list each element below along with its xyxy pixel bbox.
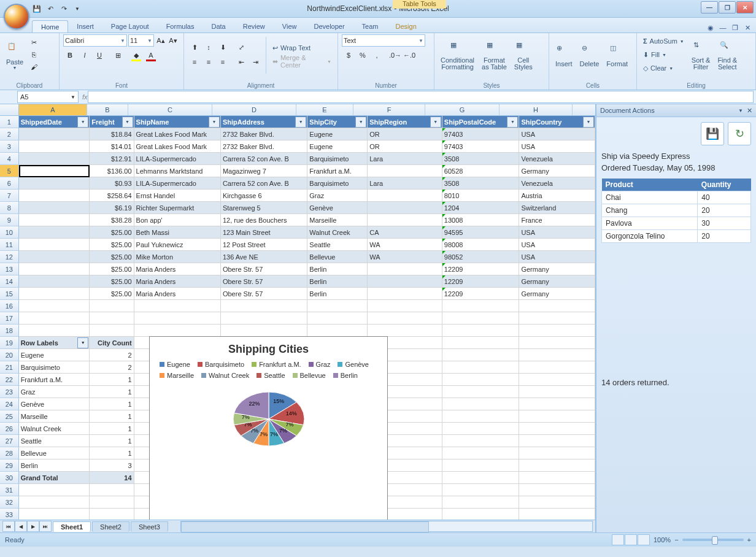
zoom-slider[interactable]	[682, 539, 744, 541]
border-button[interactable]: ⊞	[111, 48, 125, 62]
align-bottom-icon[interactable]: ⬇	[216, 40, 230, 54]
table-cell[interactable]: 2732 Baker Blvd.	[221, 128, 307, 140]
table-cell[interactable]: Maria Anders	[134, 288, 221, 300]
column-header[interactable]: A	[19, 104, 87, 115]
filter-button[interactable]: ▼	[355, 117, 366, 128]
table-cell[interactable]: Ernst Handel	[134, 190, 221, 202]
table-cell[interactable]: $25.00	[90, 239, 134, 251]
table-cell[interactable]: Obere Str. 57	[221, 263, 307, 275]
conditional-formatting-button[interactable]: ▦Conditional Formatting	[438, 34, 477, 77]
font-name-combo[interactable]: Calibri▼	[63, 34, 127, 47]
table-cell[interactable]: $12.91	[90, 153, 134, 165]
table-cell[interactable]: Mike Morton	[134, 251, 221, 263]
filter-button[interactable]: ▼	[209, 117, 220, 128]
increase-indent-icon[interactable]: ⇥	[249, 55, 262, 69]
grow-font-icon[interactable]: A▴	[155, 35, 166, 46]
sheet-tab[interactable]: Sheet3	[131, 521, 168, 532]
table-cell[interactable]: Seattle	[307, 239, 368, 251]
format-as-table-button[interactable]: ▦Format as Table	[479, 34, 509, 77]
align-right-icon[interactable]: ≡	[216, 55, 230, 69]
table-cell[interactable]: $25.00	[90, 226, 134, 239]
table-cell[interactable]: Magazinweg 7	[221, 165, 307, 177]
column-header[interactable]: E	[296, 104, 353, 115]
table-cell[interactable]	[19, 239, 90, 251]
table-header-cell[interactable]: ShipPostalCode▼	[442, 116, 520, 128]
table-cell[interactable]	[19, 153, 90, 165]
delete-cells-button[interactable]: ⊖Delete	[577, 34, 602, 77]
table-cell[interactable]: Eugene	[307, 140, 368, 153]
underline-button[interactable]: U	[93, 48, 106, 62]
currency-icon[interactable]: $	[342, 48, 355, 62]
table-cell[interactable]: Barquisimeto	[307, 177, 368, 190]
table-cell[interactable]: Eugene	[307, 128, 368, 140]
clear-button[interactable]: ◇ Clear ▼	[641, 62, 687, 74]
insert-cells-button[interactable]: ⊕Insert	[553, 34, 575, 77]
table-cell[interactable]: $14.01	[90, 140, 134, 153]
row-header[interactable]: 10	[0, 226, 19, 239]
table-cell[interactable]: $258.64	[90, 190, 134, 202]
table-cell[interactable]: 123 Main Street	[221, 226, 307, 239]
table-cell[interactable]: Carrera 52 con Ave. B	[221, 153, 307, 165]
table-cell[interactable]	[19, 226, 90, 239]
row-header[interactable]: 2	[0, 128, 19, 140]
align-center-icon[interactable]: ≡	[202, 55, 215, 69]
column-header[interactable]: G	[425, 104, 500, 115]
find-select-button[interactable]: 🔍Find & Select	[715, 34, 739, 77]
table-cell[interactable]: 3508	[442, 153, 520, 165]
table-cell[interactable]	[19, 263, 90, 275]
table-cell[interactable]: USA	[519, 226, 595, 239]
align-middle-icon[interactable]: ↕	[202, 40, 215, 54]
number-format-combo[interactable]: Text▼	[342, 34, 425, 47]
table-cell[interactable]	[368, 202, 442, 214]
sheet-tab[interactable]: Sheet2	[92, 521, 129, 532]
table-cell[interactable]: Berlin	[307, 288, 368, 300]
cut-icon[interactable]: ✂	[28, 37, 39, 48]
table-cell[interactable]: WA	[368, 239, 442, 251]
decrease-indent-icon[interactable]: ⇤	[234, 55, 248, 69]
pane-save-button[interactable]: 💾	[701, 122, 724, 145]
bold-button[interactable]: B	[63, 48, 77, 62]
table-cell[interactable]: Great Lakes Food Mark	[134, 140, 221, 153]
italic-button[interactable]: I	[78, 48, 91, 62]
align-left-icon[interactable]: ≡	[188, 55, 201, 69]
table-cell[interactable]: USA	[519, 128, 595, 140]
table-cell[interactable]: 12 Post Street	[221, 239, 307, 251]
percent-icon[interactable]: %	[356, 48, 369, 62]
table-cell[interactable]: 97403	[442, 128, 520, 140]
table-cell[interactable]	[368, 214, 442, 226]
prev-sheet-button[interactable]: ◀	[15, 521, 27, 532]
table-cell[interactable]: Germany	[519, 275, 595, 288]
table-cell[interactable]: $6.19	[90, 202, 134, 214]
row-header[interactable]: 8	[0, 202, 19, 214]
table-cell[interactable]	[19, 177, 90, 190]
table-cell[interactable]: Barquisimeto	[307, 153, 368, 165]
filter-button[interactable]: ▼	[430, 117, 441, 128]
select-all-corner[interactable]	[0, 104, 19, 115]
table-header-cell[interactable]: ShipCity▼	[307, 116, 368, 128]
table-cell[interactable]: 3508	[442, 177, 520, 190]
wrap-text-button[interactable]: ↩Wrap Text	[270, 42, 334, 54]
table-cell[interactable]: Bon app'	[134, 214, 221, 226]
format-painter-icon[interactable]: 🖌	[28, 61, 39, 72]
table-cell[interactable]: 98008	[442, 239, 520, 251]
table-cell[interactable]: Germany	[519, 288, 595, 300]
table-cell[interactable]: Graz	[307, 190, 368, 202]
redo-icon[interactable]: ↷	[59, 4, 69, 13]
table-cell[interactable]: Great Lakes Food Mark	[134, 128, 221, 140]
close-button[interactable]: ✕	[736, 1, 754, 13]
tab-formulas[interactable]: Formulas	[158, 20, 203, 33]
filter-button[interactable]: ▼	[122, 117, 133, 128]
copy-icon[interactable]: ⎘	[28, 49, 39, 60]
table-cell[interactable]: $18.84	[90, 128, 134, 140]
table-cell[interactable]: CA	[368, 226, 442, 239]
qat-dropdown-icon[interactable]: ▼	[72, 4, 82, 13]
row-header[interactable]: 14	[0, 275, 19, 288]
table-cell[interactable]: $136.00	[90, 165, 134, 177]
comma-icon[interactable]: ,	[370, 48, 384, 62]
close-workbook-icon[interactable]: ✕	[742, 24, 752, 33]
last-sheet-button[interactable]: ⏭	[39, 521, 52, 532]
tab-view[interactable]: View	[274, 20, 306, 33]
table-cell[interactable]: Carrera 52 con Ave. B	[221, 177, 307, 190]
table-cell[interactable]: 136 Ave NE	[221, 251, 307, 263]
table-cell[interactable]: OR	[368, 128, 442, 140]
